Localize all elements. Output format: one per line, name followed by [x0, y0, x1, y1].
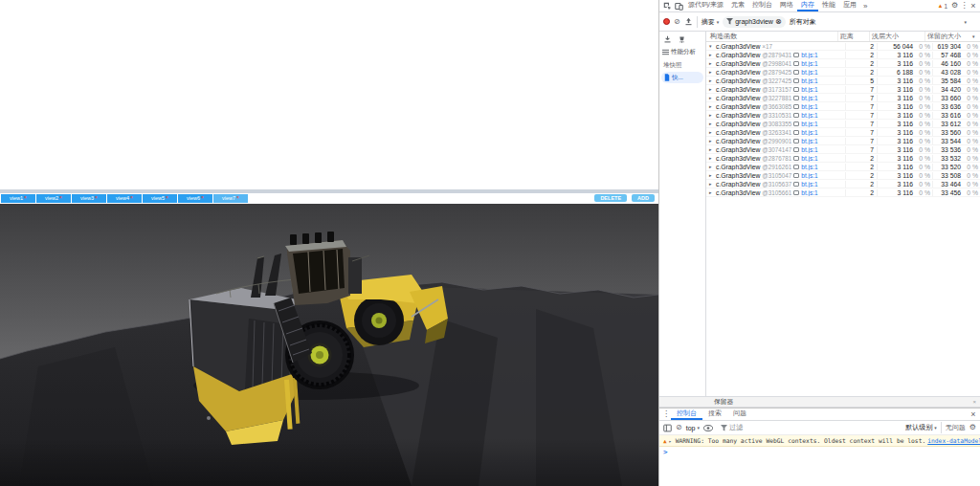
log-levels-select[interactable]: 默认级别▾	[905, 423, 937, 432]
reveal-object-icon[interactable]	[793, 96, 799, 100]
save-profile-icon[interactable]	[663, 35, 672, 44]
heap-summary-row[interactable]: ▾ c.Graph3dView ×17 2 56 0440 % 619 3040…	[706, 42, 980, 51]
reveal-object-icon[interactable]	[793, 139, 799, 144]
source-link[interactable]: bt.js:1	[801, 77, 817, 84]
record-heap-snapshot-button[interactable]	[663, 18, 670, 25]
heap-object-row[interactable]: ▸ c.Graph3dView @2916261 bt.js:1 2 3 116…	[706, 163, 980, 171]
heap-object-row[interactable]: ▸ c.Graph3dView @2879431 bt.js:1 2 3 116…	[706, 51, 980, 59]
expand-caret-icon[interactable]: ▸	[709, 112, 714, 118]
sidebar-item-snapshot[interactable]: 快...	[661, 72, 703, 83]
source-link[interactable]: bt.js:1	[801, 189, 817, 196]
heap-object-row[interactable]: ▸ c.Graph3dView @3074147 bt.js:1 7 3 116…	[706, 145, 980, 154]
drawer-tab-问题[interactable]: 问题	[727, 409, 752, 420]
reveal-object-icon[interactable]	[793, 130, 799, 135]
source-link[interactable]: bt.js:1	[801, 146, 817, 153]
devtools-tab-控制台[interactable]: 控制台	[748, 0, 776, 11]
view-tab[interactable]: view5×	[143, 194, 177, 203]
tab-close-icon[interactable]: ×	[166, 195, 168, 200]
expand-caret-icon[interactable]: ▸	[709, 77, 714, 83]
heap-object-row[interactable]: ▸ c.Graph3dView @3173157 bt.js:1 7 3 116…	[706, 85, 980, 94]
settings-gear-icon[interactable]: ⚙	[949, 0, 960, 11]
heap-object-row[interactable]: ▸ c.Graph3dView @3105637 bt.js:1 2 3 116…	[706, 180, 980, 188]
webgl-3d-viewport[interactable]	[0, 204, 658, 486]
console-prompt-row[interactable]: >	[659, 447, 980, 457]
expand-caret-icon[interactable]: ▸	[709, 121, 714, 126]
expand-caret-icon[interactable]: ▸	[709, 189, 714, 195]
expand-caret-icon[interactable]: ▸	[709, 172, 714, 178]
class-filter-input[interactable]: graph3dview ⊗	[723, 16, 785, 28]
column-constructor[interactable]: 构造函数	[706, 32, 837, 41]
drawer-kebab-icon[interactable]: ⋮	[661, 409, 671, 420]
source-link[interactable]: bt.js:1	[801, 103, 817, 110]
source-link[interactable]: bt.js:1	[801, 172, 817, 179]
console-settings-gear-icon[interactable]: ⚙	[969, 424, 976, 431]
expand-caret-icon[interactable]: ▸	[709, 69, 714, 75]
source-link[interactable]: bt.js:1	[801, 164, 817, 170]
source-link[interactable]: bt.js:1	[801, 121, 817, 127]
reveal-object-icon[interactable]	[793, 122, 799, 126]
objects-scope-select[interactable]: 所有对象	[790, 17, 816, 27]
clear-console-icon[interactable]: ⊘	[676, 424, 682, 431]
perspective-select[interactable]: 摘要▾	[702, 17, 720, 27]
heap-object-row[interactable]: ▸ c.Graph3dView @2876781 bt.js:1 2 3 116…	[706, 154, 980, 163]
source-link[interactable]: bt.js:1	[801, 181, 817, 188]
reveal-object-icon[interactable]	[793, 190, 799, 195]
source-link[interactable]: bt.js:1	[801, 86, 817, 93]
heap-object-row[interactable]: ▸ c.Graph3dView @2998041 bt.js:1 2 3 116…	[706, 59, 980, 68]
clear-filter-icon[interactable]: ⊗	[775, 17, 782, 26]
console-warning-message[interactable]: ▲ ▸ WARNING: Too many active WebGL conte…	[659, 435, 980, 447]
heap-object-row[interactable]: ▸ c.Graph3dView @2879425 bt.js:1 2 6 188…	[706, 68, 980, 77]
expand-caret-icon[interactable]: ▸	[709, 129, 714, 135]
heap-object-row[interactable]: ▸ c.Graph3dView @3310531 bt.js:1 7 3 116…	[706, 111, 980, 120]
reveal-object-icon[interactable]	[793, 182, 799, 187]
drawer-tab-控制台[interactable]: 控制台	[671, 409, 702, 420]
view-tab[interactable]: view1×	[1, 194, 35, 203]
source-link[interactable]: bt.js:1	[801, 52, 817, 58]
sidebar-item-profiles[interactable]: 性能分析	[659, 46, 705, 57]
expand-caret-icon[interactable]: ▸	[709, 60, 714, 66]
devtools-tab-内存[interactable]: 内存	[797, 0, 818, 11]
kebab-menu-icon[interactable]: ⋮	[960, 0, 969, 11]
view-tab[interactable]: view4×	[107, 194, 142, 203]
console-filter-input[interactable]: 过滤	[717, 423, 832, 433]
tab-close-icon[interactable]: ×	[24, 195, 27, 200]
expand-caret-icon[interactable]: ▸	[709, 164, 714, 169]
heap-object-row[interactable]: ▸ c.Graph3dView @3227881 bt.js:1 7 3 116…	[706, 94, 980, 102]
clear-profiles-icon[interactable]: ⊘	[674, 18, 680, 26]
devtools-tab-性能[interactable]: 性能	[818, 0, 839, 11]
reveal-object-icon[interactable]	[793, 113, 799, 118]
expand-message-caret-icon[interactable]: ▸	[669, 438, 674, 444]
source-link[interactable]: bt.js:1	[801, 95, 817, 101]
expand-caret-icon[interactable]: ▸	[709, 86, 714, 92]
warning-source-link[interactable]: index-dataModel2.html:85	[927, 437, 980, 444]
tab-close-icon[interactable]: ×	[59, 195, 62, 200]
reveal-object-icon[interactable]	[793, 61, 799, 66]
heap-object-row[interactable]: ▸ c.Graph3dView @3105047 bt.js:1 2 3 116…	[706, 171, 980, 180]
column-distance[interactable]: 距离	[837, 32, 869, 41]
delete-profile-icon[interactable]	[678, 35, 686, 44]
reveal-object-icon[interactable]	[793, 78, 799, 83]
expand-caret-icon[interactable]: ▸	[709, 52, 714, 57]
heap-object-row[interactable]: ▸ c.Graph3dView @3105661 bt.js:1 2 3 116…	[706, 188, 980, 197]
expand-caret-icon[interactable]: ▸	[709, 155, 714, 161]
expand-caret-icon[interactable]: ▸	[709, 138, 714, 144]
source-link[interactable]: bt.js:1	[801, 129, 817, 136]
column-retained-size[interactable]: 保留的大小	[924, 32, 972, 41]
reveal-object-icon[interactable]	[793, 87, 799, 92]
view-tab[interactable]: view6×	[178, 194, 212, 203]
expand-caret-icon[interactable]: ▸	[709, 181, 714, 187]
heap-object-row[interactable]: ▸ c.Graph3dView @2990901 bt.js:1 7 3 116…	[706, 137, 980, 145]
add-button[interactable]: ADD	[632, 194, 655, 202]
device-toolbar-icon[interactable]	[673, 0, 684, 11]
devtools-tab-源代码/来源[interactable]: 源代码/来源	[684, 0, 727, 11]
inspect-element-icon[interactable]	[661, 0, 673, 11]
expand-caret-icon[interactable]: ▾	[709, 43, 714, 49]
load-profile-icon[interactable]	[684, 17, 693, 26]
heap-object-row[interactable]: ▸ c.Graph3dView @3663085 bt.js:1 7 3 116…	[706, 102, 980, 111]
view-tab[interactable]: view3×	[72, 194, 106, 203]
reveal-object-icon[interactable]	[793, 70, 799, 75]
heap-object-row[interactable]: ▸ c.Graph3dView @3083355 bt.js:1 7 3 116…	[706, 120, 980, 128]
reveal-object-icon[interactable]	[793, 156, 799, 161]
reveal-object-icon[interactable]	[793, 104, 799, 109]
context-select[interactable]: top▾	[686, 425, 700, 431]
